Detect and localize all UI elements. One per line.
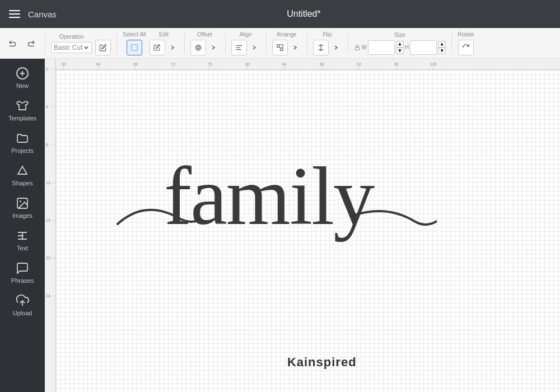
page-title: Untitled* <box>57 9 551 19</box>
align-group: Align <box>231 31 260 55</box>
ruler-top: 60 64 68 72 76 80 84 88 92 96 100 <box>56 59 560 70</box>
arrange-row <box>272 40 301 55</box>
sidebar-item-upload[interactable]: Upload <box>0 288 45 321</box>
rotate-row <box>458 40 474 55</box>
flip-row <box>313 40 342 55</box>
divider-5 <box>266 33 267 53</box>
edit-pencil-group <box>95 31 111 55</box>
offset-chevron[interactable] <box>207 42 220 53</box>
edit-pencil-button[interactable] <box>95 40 111 55</box>
grid-canvas[interactable]: family Kainspired <box>56 70 560 392</box>
toolbar: Operation Basic Cut Select All Edit <box>0 28 560 59</box>
ruler-tick-92: 92 <box>357 62 361 69</box>
ruler-left: 0 4 8 12 16 20 24 <box>45 59 56 392</box>
flip-group: Flip <box>313 31 342 55</box>
size-w-down[interactable]: ▼ <box>396 48 404 54</box>
chat-icon <box>16 262 29 275</box>
sidebar-item-images-label: Images <box>12 212 32 219</box>
undo-button[interactable] <box>4 36 21 50</box>
sidebar-item-new[interactable]: New <box>0 61 45 94</box>
sidebar-item-upload-label: Upload <box>13 310 32 316</box>
app-name: Canvas <box>28 10 57 19</box>
size-w-up[interactable]: ▲ <box>396 41 404 48</box>
menu-icon[interactable] <box>9 10 20 18</box>
edit-chevron[interactable] <box>166 42 179 53</box>
sidebar-item-text[interactable]: Text <box>0 223 45 256</box>
family-text-svg: family <box>101 115 437 272</box>
svg-rect-8 <box>355 47 359 50</box>
ruler-left-tick-4: 4 <box>45 105 55 109</box>
offset-button[interactable] <box>190 40 206 55</box>
operation-value: Basic Cut <box>54 44 82 52</box>
ruler-left-tick-8: 8 <box>45 143 55 147</box>
ruler-tick-60: 60 <box>62 62 66 69</box>
align-chevron[interactable] <box>248 42 260 53</box>
svg-point-2 <box>197 46 199 49</box>
edit-row <box>150 40 179 55</box>
svg-text:family: family <box>164 150 375 242</box>
svg-rect-6 <box>277 44 279 47</box>
size-h-down[interactable]: ▼ <box>438 48 446 54</box>
sidebar-item-projects[interactable]: Projects <box>0 126 45 158</box>
sidebar-item-images[interactable]: Images <box>0 191 45 223</box>
edit-pencil-spacer <box>102 31 104 38</box>
size-h-input[interactable] <box>410 40 437 55</box>
divider-7 <box>348 33 348 53</box>
redo-button[interactable] <box>22 36 39 50</box>
flip-button[interactable] <box>313 40 329 55</box>
size-w-label: W <box>362 44 367 50</box>
size-h-up[interactable]: ▲ <box>438 41 446 48</box>
operation-label: Operation <box>59 34 84 40</box>
sidebar-item-phrases-label: Phrases <box>11 277 34 284</box>
sidebar-item-shapes-label: Shapes <box>12 180 32 186</box>
divider-8 <box>451 33 452 53</box>
shapes-icon <box>16 164 29 178</box>
edit-group: Edit <box>150 31 179 55</box>
align-button[interactable] <box>231 40 247 55</box>
undo-redo-group <box>4 36 39 50</box>
flip-chevron[interactable] <box>330 42 342 53</box>
folder-icon <box>16 132 29 145</box>
svg-marker-12 <box>18 166 27 174</box>
ruler-left-tick-16: 16 <box>45 218 55 222</box>
image-icon <box>16 197 29 210</box>
operation-group: Operation Basic Cut <box>51 34 92 53</box>
arrange-label: Arrange <box>277 31 297 38</box>
design-container[interactable]: family <box>101 115 437 274</box>
sidebar-item-projects-label: Projects <box>11 147 34 154</box>
rotate-group: Rotate <box>458 31 474 55</box>
edit-button[interactable] <box>150 40 165 55</box>
select-all-button[interactable] <box>127 40 142 55</box>
select-all-group: Select All <box>123 31 146 55</box>
lock-icon <box>354 44 361 51</box>
sidebar-item-phrases[interactable]: Phrases <box>0 256 45 288</box>
ruler-tick-96: 96 <box>394 62 399 69</box>
offset-label: Offset <box>197 31 212 38</box>
sidebar: New Templates Projects Shapes Images Tex… <box>0 59 45 392</box>
sidebar-item-new-label: New <box>16 82 29 89</box>
ruler-tick-100: 100 <box>430 62 437 69</box>
align-row <box>231 40 260 55</box>
ruler-tick-72: 72 <box>171 62 175 69</box>
operation-select[interactable]: Basic Cut <box>51 42 92 53</box>
arrange-chevron[interactable] <box>289 42 301 53</box>
svg-point-1 <box>195 45 200 50</box>
divider-1 <box>45 33 45 53</box>
svg-rect-0 <box>132 44 138 50</box>
topbar: Canvas Untitled* <box>0 0 560 28</box>
size-w-input[interactable] <box>368 40 395 55</box>
divider-4 <box>225 33 226 53</box>
svg-point-14 <box>20 200 21 202</box>
align-label: Align <box>239 31 251 38</box>
canvas-area[interactable]: 0 4 8 12 16 20 24 60 64 68 72 76 80 84 8… <box>45 59 560 392</box>
sidebar-item-shapes[interactable]: Shapes <box>0 158 45 191</box>
ruler-tick-76: 76 <box>208 62 212 69</box>
rotate-button[interactable] <box>458 40 474 55</box>
size-group: Size W ▲ ▼ H ▲ ▼ <box>354 32 446 55</box>
tshirt-icon <box>16 99 29 113</box>
ruler-tick-84: 84 <box>282 62 287 69</box>
sidebar-item-templates[interactable]: Templates <box>0 94 45 126</box>
arrange-button[interactable] <box>272 40 288 55</box>
svg-rect-7 <box>280 48 283 50</box>
ruler-tick-64: 64 <box>96 62 101 69</box>
